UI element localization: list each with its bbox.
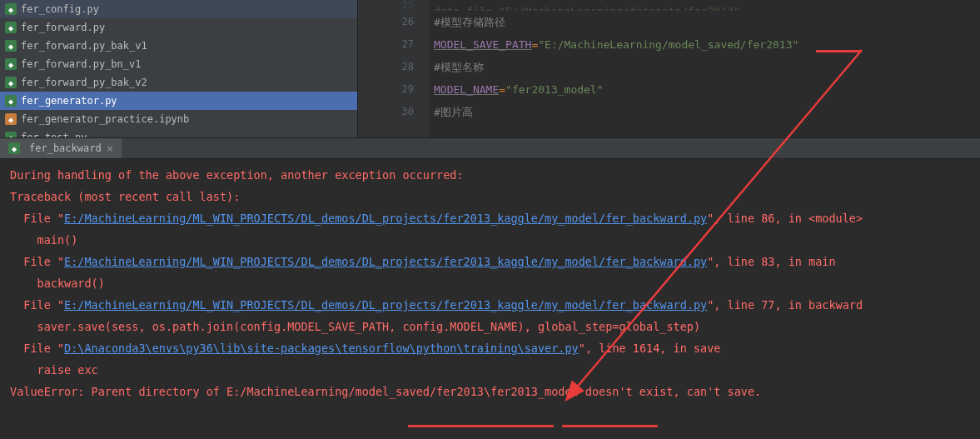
console-line: saver.save(sess, os.path.join(config.MOD… bbox=[10, 316, 970, 337]
console-line: backward() bbox=[10, 272, 970, 294]
file-label: fer_forward.py_bn_v1 bbox=[21, 58, 142, 70]
traceback-link[interactable]: E:/MachineLearning/ML_WIN_PROJECTS/DL_de… bbox=[64, 298, 707, 312]
code-line: data_file="E:/MachineLearning/datasets/f… bbox=[434, 0, 980, 11]
annotation-underline bbox=[562, 425, 658, 427]
line-number: 27 bbox=[358, 33, 414, 56]
annotation-underline bbox=[816, 50, 862, 52]
console-output[interactable]: During handling of the above exception, … bbox=[0, 159, 980, 407]
console-line: File "E:/MachineLearning/ML_WIN_PROJECTS… bbox=[10, 207, 970, 229]
file-tree: ◆ fer_config.py ◆ fer_forward.py ◆ fer_f… bbox=[0, 0, 358, 137]
line-number: 30 bbox=[358, 101, 414, 123]
traceback-link[interactable]: E:/MachineLearning/ML_WIN_PROJECTS/DL_de… bbox=[64, 255, 707, 268]
console-line: Traceback (most recent call last): bbox=[10, 186, 970, 207]
file-item-generator-practice[interactable]: ◆ fer_generator_practice.ipynb bbox=[0, 110, 357, 128]
python-file-icon: ◆ bbox=[5, 95, 17, 107]
console-line: File "E:/MachineLearning/ML_WIN_PROJECTS… bbox=[10, 294, 970, 316]
traceback-link[interactable]: E:/MachineLearning/ML_WIN_PROJECTS/DL_de… bbox=[64, 212, 707, 225]
console-line: ValueError: Parent directory of E:/Machi… bbox=[10, 381, 970, 402]
file-label: fer_test.py bbox=[21, 132, 87, 137]
console-line: File "E:/MachineLearning/ML_WIN_PROJECTS… bbox=[10, 251, 970, 272]
python-file-icon: ◆ bbox=[5, 22, 17, 33]
file-label: fer_generator.py bbox=[21, 95, 117, 107]
console-line: During handling of the above exception, … bbox=[10, 164, 970, 186]
code-area[interactable]: data_file="E:/MachineLearning/datasets/f… bbox=[429, 0, 980, 137]
file-item-forward[interactable]: ◆ fer_forward.py bbox=[0, 18, 357, 37]
run-tab[interactable]: ◆ fer_backward × bbox=[0, 138, 122, 158]
run-tab-bar: ◆ fer_backward × bbox=[0, 137, 980, 159]
traceback-link[interactable]: D:\Anaconda3\envs\py36\lib\site-packages… bbox=[64, 342, 579, 355]
python-file-icon: ◆ bbox=[5, 40, 17, 52]
file-label: fer_forward.py bbox=[21, 22, 105, 33]
python-file-icon: ◆ bbox=[5, 58, 17, 70]
annotation-underline bbox=[408, 425, 554, 427]
file-label: fer_forward_py_bak_v2 bbox=[21, 77, 147, 88]
code-editor[interactable]: 25 26 27 28 29 30 data_file="E:/MachineL… bbox=[358, 0, 980, 137]
tab-label: fer_backward bbox=[29, 142, 102, 154]
file-item-generator[interactable]: ◆ fer_generator.py bbox=[0, 92, 357, 110]
file-label: fer_config.py bbox=[21, 3, 99, 15]
code-line: MODEL_SAVE_PATH="E:/MachineLearning/mode… bbox=[434, 33, 980, 56]
editor-gutter: 25 26 27 28 29 30 bbox=[358, 0, 429, 137]
file-item-test[interactable]: ◆ fer_test.py bbox=[0, 128, 357, 137]
file-item-forward-bn-v1[interactable]: ◆ fer_forward.py_bn_v1 bbox=[0, 55, 357, 73]
line-number: 29 bbox=[358, 78, 414, 101]
python-file-icon: ◆ bbox=[5, 3, 17, 15]
code-line: #模型名称 bbox=[434, 56, 980, 78]
line-number: 25 bbox=[358, 0, 414, 11]
console-line: raise exc bbox=[10, 359, 970, 381]
code-line: #图片高 bbox=[434, 101, 980, 123]
line-number: 26 bbox=[358, 11, 414, 33]
code-line: MODEL_NAME="fer2013_model" bbox=[434, 78, 980, 101]
python-file-icon: ◆ bbox=[8, 142, 20, 154]
file-label: fer_generator_practice.ipynb bbox=[21, 113, 189, 125]
code-line: #模型存储路径 bbox=[434, 11, 980, 33]
console-line: File "D:\Anaconda3\envs\py36\lib\site-pa… bbox=[10, 337, 970, 359]
close-icon[interactable]: × bbox=[107, 142, 113, 155]
file-item-forward-bak-v2[interactable]: ◆ fer_forward_py_bak_v2 bbox=[0, 73, 357, 92]
file-item-forward-bak-v1[interactable]: ◆ fer_forward.py_bak_v1 bbox=[0, 37, 357, 55]
python-file-icon: ◆ bbox=[5, 77, 17, 88]
console-line: main() bbox=[10, 229, 970, 251]
line-number: 28 bbox=[358, 56, 414, 78]
notebook-file-icon: ◆ bbox=[5, 113, 17, 125]
file-label: fer_forward.py_bak_v1 bbox=[21, 40, 147, 52]
python-file-icon: ◆ bbox=[5, 132, 17, 137]
file-item-config[interactable]: ◆ fer_config.py bbox=[0, 0, 357, 18]
